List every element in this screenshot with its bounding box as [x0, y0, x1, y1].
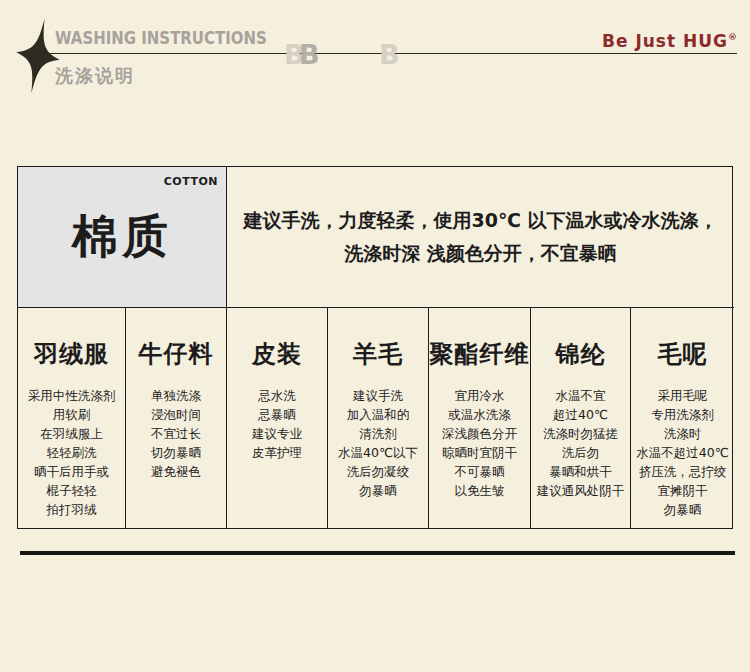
page-title-zh: 洗涤说明 — [55, 64, 135, 88]
care-line: 宜用冷水 — [429, 386, 530, 405]
fabric-instructions: 单独洗涤浸泡时间不宜过长切勿暴晒避免褪色 — [126, 386, 226, 481]
care-line: 单独洗涤 — [126, 386, 226, 405]
care-line: 棍子轻轻 — [18, 481, 125, 500]
cotton-advice-line1: 建议手洗，力度轻柔，使用30℃ 以下温水或冷水洗涤， — [243, 204, 717, 237]
fabric-column: 聚酯纤维 宜用冷水或温水洗涤深浅颜色分开晾晒时宜阴干不可暴晒以免生皱 — [429, 307, 531, 529]
fabric-instructions: 水温不宜超过40℃洗涤时勿猛搓洗后勿暴晒和烘干建议通风处阴干 — [531, 386, 630, 500]
fabric-name: 聚酯纤维 — [429, 338, 530, 370]
care-line: 暴晒和烘干 — [531, 462, 630, 481]
fabric-column: 锦纶 水温不宜超过40℃洗涤时勿猛搓洗后勿暴晒和烘干建议通风处阴干 — [531, 307, 631, 529]
cotton-advice-line2: 洗涤时深 浅颜色分开，不宜暴晒 — [344, 237, 617, 270]
care-line: 建议专业 — [227, 424, 327, 443]
care-line: 洗涤时 — [631, 424, 734, 443]
bottom-rule — [20, 551, 735, 555]
fabric-name: 锦纶 — [531, 338, 630, 370]
care-line: 水温40℃以下 — [328, 443, 428, 462]
fabric-instructions: 建议手洗加入温和的清洗剂水温40℃以下洗后勿凝绞勿暴晒 — [328, 386, 428, 500]
cotton-header-cell: COTTON 棉质 — [18, 167, 227, 307]
care-line: 宜摊阴干 — [631, 481, 734, 500]
care-line: 深浅颜色分开 — [429, 424, 530, 443]
care-line: 切勿暴晒 — [126, 443, 226, 462]
fabric-instructions: 忌水洗忌暴晒建议专业皮革护理 — [227, 386, 327, 462]
fabric-column: 牛仔料 单独洗涤浸泡时间不宜过长切勿暴晒避免褪色 — [126, 307, 227, 529]
care-line: 避免褪色 — [126, 462, 226, 481]
care-line: 忌水洗 — [227, 386, 327, 405]
care-line: 晒干后用手或 — [18, 462, 125, 481]
fabric-name: 毛呢 — [631, 338, 734, 370]
care-line: 水温不宜 — [531, 386, 630, 405]
fabric-instructions: 宜用冷水或温水洗涤深浅颜色分开晾晒时宜阴干不可暴晒以免生皱 — [429, 386, 530, 500]
care-line: 建议通风处阴干 — [531, 481, 630, 500]
care-line: 在羽绒服上 — [18, 424, 125, 443]
care-line: 拍打羽绒 — [18, 500, 125, 519]
page-title-en: WASHING INSTRUCTIONS — [55, 28, 267, 48]
care-line: 轻轻刷洗 — [18, 443, 125, 462]
cotton-advice-cell: 建议手洗，力度轻柔，使用30℃ 以下温水或冷水洗涤， 洗涤时深 浅颜色分开，不宜… — [227, 167, 734, 307]
care-line: 加入温和的 — [328, 405, 428, 424]
care-line: 不宜过长 — [126, 424, 226, 443]
watermark-b-icon: B — [379, 41, 400, 68]
care-line: 洗后勿凝绞 — [328, 462, 428, 481]
care-line: 或温水洗涤 — [429, 405, 530, 424]
care-line: 清洗剂 — [328, 424, 428, 443]
care-line: 水温不超过40℃ — [631, 443, 734, 462]
brand-logo: Be Just HUG® — [602, 31, 738, 51]
fabric-name: 羽绒服 — [18, 338, 125, 370]
care-line: 采用中性洗涤剂 — [18, 386, 125, 405]
care-line: 专用洗涤剂 — [631, 405, 734, 424]
fabric-name: 皮装 — [227, 338, 327, 370]
cotton-label-en: COTTON — [164, 175, 218, 188]
care-line: 浸泡时间 — [126, 405, 226, 424]
fabric-name: 羊毛 — [328, 338, 428, 370]
fabric-instructions: 采用中性洗涤剂用软刷在羽绒服上轻轻刷洗晒干后用手或棍子轻轻拍打羽绒 — [18, 386, 125, 519]
care-line: 以免生皱 — [429, 481, 530, 500]
care-line: 勿暴晒 — [631, 500, 734, 519]
care-line: 洗涤时勿猛搓 — [531, 424, 630, 443]
care-line: 不可暴晒 — [429, 462, 530, 481]
washing-instructions-page: WASHING INSTRUCTIONS 洗涤说明 Be Just HUG® B… — [0, 0, 750, 672]
fabric-name: 牛仔料 — [126, 338, 226, 370]
care-line: 忌暴晒 — [227, 405, 327, 424]
care-line: 用软刷 — [18, 405, 125, 424]
registered-mark: ® — [728, 32, 738, 42]
care-line: 晾晒时宜阴干 — [429, 443, 530, 462]
care-table: COTTON 棉质 建议手洗，力度轻柔，使用30℃ 以下温水或冷水洗涤， 洗涤时… — [17, 166, 733, 529]
watermark-b-icon: B — [299, 41, 320, 68]
care-line: 皮革护理 — [227, 443, 327, 462]
brand-logo-text: Be Just HUG — [602, 31, 728, 51]
care-line: 挤压洗，忌拧绞 — [631, 462, 734, 481]
fabric-instructions: 采用毛呢专用洗涤剂洗涤时水温不超过40℃挤压洗，忌拧绞宜摊阴干勿暴晒 — [631, 386, 734, 519]
care-line: 采用毛呢 — [631, 386, 734, 405]
care-line: 勿暴晒 — [328, 481, 428, 500]
cotton-label-zh: 棉质 — [72, 206, 172, 268]
care-line: 建议手洗 — [328, 386, 428, 405]
fabric-column: 羊毛 建议手洗加入温和的清洗剂水温40℃以下洗后勿凝绞勿暴晒 — [328, 307, 429, 529]
fabric-column: 皮装 忌水洗忌暴晒建议专业皮革护理 — [227, 307, 328, 529]
care-line: 超过40℃ — [531, 405, 630, 424]
fabric-column: 毛呢 采用毛呢专用洗涤剂洗涤时水温不超过40℃挤压洗，忌拧绞宜摊阴干勿暴晒 — [631, 307, 734, 529]
fabric-column: 羽绒服 采用中性洗涤剂用软刷在羽绒服上轻轻刷洗晒干后用手或棍子轻轻拍打羽绒 — [18, 307, 126, 529]
care-line: 洗后勿 — [531, 443, 630, 462]
